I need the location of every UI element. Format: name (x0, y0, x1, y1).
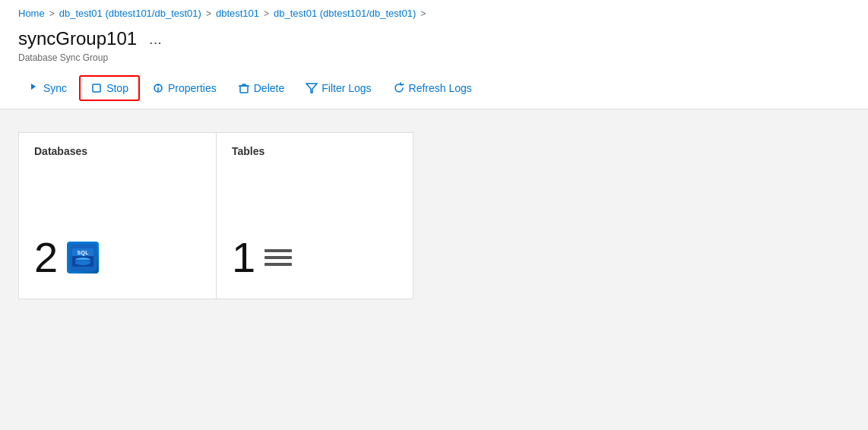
sync-button[interactable]: Sync (18, 77, 76, 99)
sync-label: Sync (43, 82, 67, 94)
stop-icon (90, 82, 103, 94)
delete-button[interactable]: Delete (229, 77, 293, 99)
databases-card: Databases 2 SQL (18, 132, 216, 299)
databases-card-title: Databases (34, 145, 201, 157)
stop-button[interactable]: Stop (81, 77, 138, 99)
tables-card: Tables 1 (216, 132, 413, 299)
refresh-icon (393, 82, 405, 94)
page-subtitle: Database Sync Group (18, 52, 850, 69)
svg-point-5 (157, 85, 158, 86)
cards-row: Databases 2 SQL (18, 132, 850, 299)
toolbar: Sync Stop P (18, 69, 850, 109)
stop-label: Stop (106, 82, 128, 94)
tables-icon-line-2 (265, 256, 292, 259)
breadcrumb-db-test01-2[interactable]: db_test01 (dbtest101/db_test01) (274, 8, 416, 19)
breadcrumb-sep-3: > (264, 8, 269, 19)
tables-card-body: 1 (232, 236, 398, 286)
breadcrumb: Home > db_test01 (dbtest101/db_test01) >… (18, 0, 850, 22)
stop-button-wrapper: Stop (79, 75, 140, 101)
sync-icon (27, 82, 40, 94)
filter-icon (306, 82, 318, 94)
breadcrumb-sep-1: > (49, 8, 55, 19)
tables-card-title: Tables (232, 145, 398, 157)
svg-marker-11 (306, 84, 317, 93)
tables-icon-line-3 (265, 263, 292, 266)
databases-count: 2 (34, 236, 58, 279)
more-options-button[interactable]: ... (144, 29, 166, 49)
breadcrumb-dbtest101[interactable]: dbtest101 (216, 8, 259, 19)
breadcrumb-sep-4: > (420, 8, 426, 19)
svg-point-14 (75, 261, 90, 265)
filter-logs-button[interactable]: Filter Logs (296, 77, 380, 99)
sql-database-icon: SQL (67, 242, 99, 273)
databases-card-body: 2 SQL (34, 236, 201, 286)
tables-icon (265, 249, 292, 266)
properties-label: Properties (168, 82, 217, 94)
delete-icon (238, 82, 250, 94)
tables-count: 1 (232, 236, 255, 279)
properties-icon (152, 82, 164, 94)
page-title: syncGroup101 (18, 28, 137, 49)
svg-rect-6 (240, 86, 248, 93)
tables-icon-line-1 (265, 249, 292, 252)
breadcrumb-db-test01-1[interactable]: db_test01 (dbtest101/db_test01) (59, 8, 201, 19)
svg-rect-1 (93, 84, 100, 92)
svg-marker-0 (31, 84, 36, 90)
breadcrumb-home[interactable]: Home (18, 8, 45, 19)
breadcrumb-sep-2: > (206, 8, 211, 19)
properties-button[interactable]: Properties (143, 77, 226, 99)
delete-label: Delete (254, 82, 284, 94)
main-content: Databases 2 SQL (0, 109, 868, 383)
refresh-logs-button[interactable]: Refresh Logs (384, 77, 481, 99)
filter-logs-label: Filter Logs (322, 82, 371, 94)
refresh-logs-label: Refresh Logs (409, 82, 472, 94)
page-header: syncGroup101 ... (18, 22, 850, 52)
